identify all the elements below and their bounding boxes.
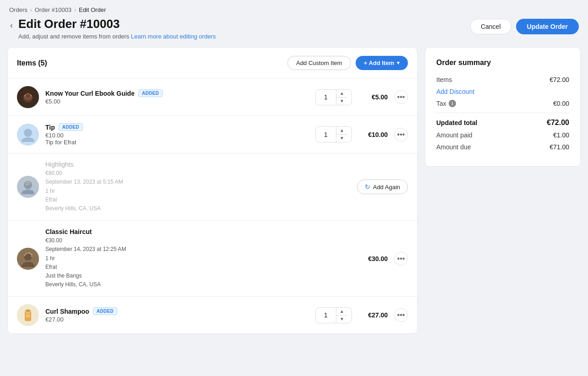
item-name-row: Highlights — [45, 161, 351, 168]
amount-paid-value: €1.00 — [553, 131, 569, 139]
item-name-row: Classic Haircut — [45, 228, 352, 235]
item-name: Tip — [45, 124, 55, 131]
item-menu-button[interactable]: ••• — [394, 128, 408, 142]
qty-down-button[interactable]: ▼ — [336, 135, 347, 142]
item-name: Know Your Curl Ebook Guide — [45, 90, 135, 97]
svg-rect-10 — [26, 310, 30, 311]
item-total: €10.00 — [358, 131, 388, 138]
table-row: Curl Shampoo ADDED €27.00 ▲ ▼ €27.00 ••• — [8, 297, 417, 333]
item-price: €10.00 — [45, 132, 309, 139]
item-duration: 1 hr — [45, 254, 352, 263]
avatar — [17, 248, 39, 270]
quantity-stepper[interactable]: ▲ ▼ — [315, 126, 352, 142]
items-header: Items (5) Add Custom Item + Add Item ▾ — [8, 48, 417, 79]
items-panel: Items (5) Add Custom Item + Add Item ▾ — [7, 47, 418, 334]
item-date: September 14, 2023 at 12:25 AM — [45, 245, 352, 254]
add-discount-button[interactable]: Add Discount — [436, 88, 474, 95]
item-menu-button[interactable]: ••• — [394, 308, 408, 322]
item-name: Classic Haircut — [45, 228, 92, 235]
summary-tax-row: Tax i €0.00 — [436, 100, 569, 107]
header-left: ‹ Edit Order #10003 Add, adjust and remo… — [9, 17, 216, 40]
breadcrumb-orders[interactable]: Orders — [9, 6, 27, 13]
item-menu-button[interactable]: ••• — [394, 90, 408, 104]
svg-rect-12 — [26, 312, 30, 313]
qty-down-button[interactable]: ▼ — [336, 316, 347, 323]
page-subtitle: Add, adjust and remove items from orders… — [18, 33, 216, 40]
quantity-input[interactable] — [316, 309, 336, 322]
item-price: €5.00 — [45, 98, 309, 105]
qty-up-button[interactable]: ▲ — [336, 127, 347, 135]
qty-up-button[interactable]: ▲ — [336, 90, 347, 98]
item-detail: €80.00 September 13, 2023 at 5:15 AM 1 h… — [45, 169, 351, 213]
summary-panel: Order summary Items €72.00 Add Discount … — [425, 47, 581, 167]
page-header: ‹ Edit Order #10003 Add, adjust and remo… — [0, 17, 588, 47]
add-item-label: + Add Item — [364, 60, 394, 66]
avatar — [17, 176, 39, 198]
quantity-stepper[interactable]: ▲ ▼ — [315, 307, 352, 323]
items-title: Items (5) — [17, 59, 47, 67]
updated-total-label: Updated total — [436, 119, 477, 126]
qty-arrows: ▲ ▼ — [336, 308, 347, 323]
learn-more-link[interactable]: Learn more about editing orders — [131, 33, 216, 40]
tax-text: Tax — [436, 100, 446, 107]
main-content: Items (5) Add Custom Item + Add Item ▾ — [0, 47, 588, 343]
page-title: Edit Order #10003 — [18, 17, 216, 31]
avatar — [17, 124, 39, 146]
qty-up-button[interactable]: ▲ — [336, 308, 347, 316]
info-icon: i — [449, 100, 456, 107]
summary-divider — [436, 113, 569, 113]
add-item-button[interactable]: + Add Item ▾ — [356, 56, 408, 70]
avatar — [17, 304, 39, 326]
item-duration: 1 hr — [45, 187, 351, 196]
item-price: €27.00 — [45, 316, 309, 323]
breadcrumb-order[interactable]: Order #10003 — [35, 6, 71, 13]
back-button[interactable]: ‹ — [9, 20, 14, 31]
update-order-button[interactable]: Update Order — [516, 19, 579, 34]
cancel-button[interactable]: Cancel — [470, 19, 511, 34]
summary-title: Order summary — [436, 59, 569, 67]
table-row: Know Your Curl Ebook Guide ADDED €5.00 ▲… — [8, 79, 417, 116]
quantity-input[interactable] — [316, 91, 336, 104]
add-custom-item-button[interactable]: Add Custom Item — [287, 56, 351, 70]
item-sub-location: Just the Bangs — [45, 272, 352, 280]
item-info: Classic Haircut €30.00 September 14, 202… — [45, 228, 352, 289]
item-name-row: Curl Shampoo ADDED — [45, 307, 309, 315]
refresh-icon: ↻ — [365, 183, 370, 191]
item-price: €30.00 — [45, 236, 352, 245]
add-again-button[interactable]: ↻ Add Again — [357, 180, 408, 194]
item-name: Highlights — [45, 161, 73, 168]
item-info: Highlights €80.00 September 13, 2023 at … — [45, 161, 351, 213]
item-price-muted: €80.00 — [45, 169, 351, 178]
avatar — [17, 86, 39, 108]
item-location: Beverly Hills, CA, USA — [45, 280, 352, 289]
qty-down-button[interactable]: ▼ — [336, 98, 347, 105]
updated-total-value: €72.00 — [547, 119, 569, 127]
item-location: Beverly Hills, CA, USA — [45, 204, 351, 213]
item-name-row: Know Your Curl Ebook Guide ADDED — [45, 89, 309, 97]
tax-value: €0.00 — [553, 100, 569, 107]
summary-items-row: Items €72.00 — [436, 76, 569, 83]
item-menu-button[interactable]: ••• — [394, 252, 408, 266]
header-actions: Cancel Update Order — [470, 17, 579, 34]
item-staff: Efrat — [45, 263, 352, 272]
table-row: Tip ADDED €10.00 Tip for Efrat ▲ ▼ €10.0… — [8, 116, 417, 153]
quantity-stepper[interactable]: ▲ ▼ — [315, 89, 352, 105]
amount-paid-label: Amount paid — [436, 131, 473, 139]
item-name-row: Tip ADDED — [45, 123, 309, 131]
item-total: €5.00 — [358, 93, 388, 101]
item-info: Tip ADDED €10.00 Tip for Efrat — [45, 123, 309, 146]
qty-arrows: ▲ ▼ — [336, 90, 347, 105]
item-info: Curl Shampoo ADDED €27.00 — [45, 307, 309, 323]
summary-total-row: Updated total €72.00 — [436, 119, 569, 127]
breadcrumb-sep-2: › — [74, 7, 76, 13]
table-row: Highlights €80.00 September 13, 2023 at … — [8, 153, 417, 221]
quantity-input[interactable] — [316, 128, 336, 141]
svg-rect-13 — [26, 314, 30, 318]
breadcrumb-edit-order: Edit Order — [79, 6, 106, 13]
item-detail: €30.00 September 14, 2023 at 12:25 AM 1 … — [45, 236, 352, 289]
qty-arrows: ▲ ▼ — [336, 127, 347, 142]
summary-paid-row: Amount paid €1.00 — [436, 131, 569, 139]
status-badge: ADDED — [93, 307, 117, 315]
item-info: Know Your Curl Ebook Guide ADDED €5.00 — [45, 89, 309, 105]
breadcrumb: Orders › Order #10003 › Edit Order — [0, 0, 588, 17]
